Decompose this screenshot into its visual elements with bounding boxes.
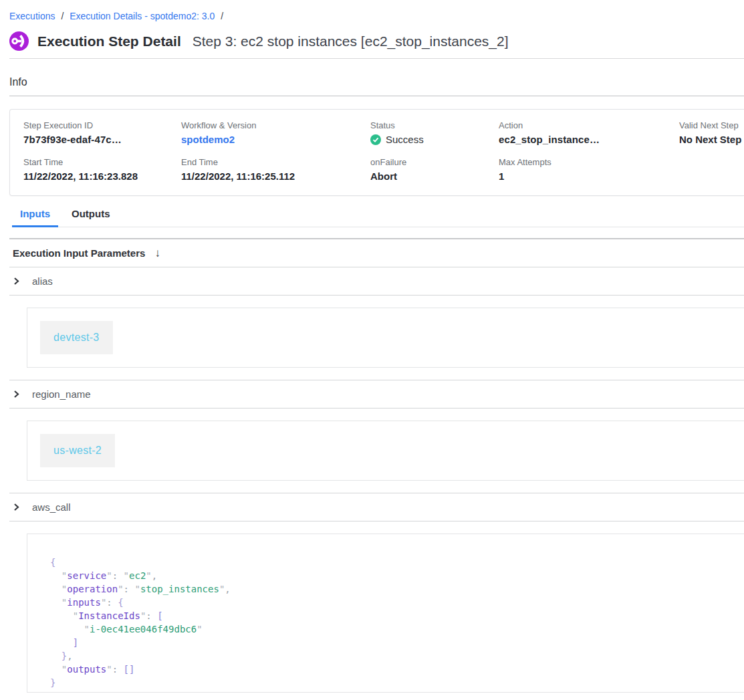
chevron-right-icon bbox=[12, 390, 21, 398]
breadcrumb-link-executions[interactable]: Executions bbox=[9, 11, 55, 21]
info-divider bbox=[9, 96, 744, 96]
title-row: Execution Step Detail Step 3: ec2 stop i… bbox=[9, 31, 744, 51]
alias-section-header[interactable]: alias bbox=[9, 267, 744, 296]
status-badge: Success bbox=[386, 134, 424, 145]
breadcrumb-separator: / bbox=[221, 11, 223, 21]
tab-bar: Inputs Outputs bbox=[12, 207, 744, 227]
field-value: ec2_stop_instance… bbox=[499, 134, 679, 145]
field-label: Start Time bbox=[23, 157, 181, 167]
field-value: Abort bbox=[370, 170, 499, 182]
field-label: Step Execution ID bbox=[23, 120, 181, 130]
info-card: Step Execution ID 7b73f93e-edaf-47c… Wor… bbox=[9, 109, 744, 196]
field-step-execution-id: Step Execution ID 7b73f93e-edaf-47c… bbox=[23, 120, 181, 145]
alias-section-body: devtest-3 bbox=[27, 308, 744, 368]
tab-outputs[interactable]: Outputs bbox=[64, 207, 118, 227]
field-max-attempts: Max Attempts 1 bbox=[499, 157, 679, 182]
field-label: End Time bbox=[181, 157, 370, 167]
breadcrumb: Executions / Execution Details - spotdem… bbox=[9, 0, 744, 23]
success-check-icon bbox=[370, 134, 381, 145]
field-end-time: End Time 11/22/2022, 11:16:25.112 bbox=[181, 157, 370, 182]
page-subtitle: Step 3: ec2 stop instances [ec2_stop_ins… bbox=[193, 33, 509, 49]
json-code-block: { "service": "ec2", "operation": "stop_i… bbox=[50, 556, 744, 689]
field-action: Action ec2_stop_instance… bbox=[499, 120, 679, 145]
field-start-time: Start Time 11/22/2022, 11:16:23.828 bbox=[23, 157, 181, 182]
field-label: onFailure bbox=[370, 157, 499, 167]
info-grid: Step Execution ID 7b73f93e-edaf-47c… Wor… bbox=[23, 120, 744, 182]
field-empty bbox=[679, 157, 744, 182]
field-value: 7b73f93e-edaf-47c… bbox=[23, 134, 181, 145]
aws-call-section-body: { "service": "ec2", "operation": "stop_i… bbox=[27, 534, 744, 693]
title-divider bbox=[9, 58, 744, 59]
field-valid-next-step: Valid Next Step No Next Step bbox=[679, 120, 744, 145]
parameter-name: region_name bbox=[32, 388, 91, 400]
aws-call-section-header[interactable]: aws_call bbox=[9, 493, 744, 521]
field-workflow-version: Workflow & Version spotdemo2 bbox=[181, 120, 370, 145]
region-name-section-body: us-west-2 bbox=[27, 421, 744, 481]
field-label: Workflow & Version bbox=[181, 120, 370, 130]
parameter-section-alias: alias devtest-3 bbox=[9, 267, 744, 368]
parameter-section-region-name: region_name us-west-2 bbox=[9, 380, 744, 481]
page-title: Execution Step Detail bbox=[37, 33, 181, 49]
execution-input-parameters-header: Execution Input Parameters ↓ bbox=[9, 239, 744, 267]
tab-inputs[interactable]: Inputs bbox=[12, 207, 58, 227]
info-section-heading: Info bbox=[9, 76, 744, 88]
field-value: No Next Step bbox=[679, 134, 744, 145]
arrow-down-icon[interactable]: ↓ bbox=[154, 247, 160, 259]
field-value: 11/22/2022, 11:16:25.112 bbox=[181, 170, 370, 182]
workflow-logo-icon bbox=[9, 31, 29, 51]
field-label: Valid Next Step bbox=[679, 120, 744, 130]
breadcrumb-separator: / bbox=[61, 11, 64, 21]
chevron-right-icon bbox=[12, 277, 21, 285]
field-label: Max Attempts bbox=[499, 157, 679, 167]
parameter-name: alias bbox=[32, 275, 53, 287]
parameter-section-aws-call: aws_call { "service": "ec2", "operation"… bbox=[9, 493, 744, 693]
chevron-right-icon bbox=[12, 503, 21, 511]
region-name-section-header[interactable]: region_name bbox=[9, 380, 744, 409]
field-label: Status bbox=[370, 120, 499, 130]
parameter-value-chip: devtest-3 bbox=[40, 321, 113, 354]
workflow-link[interactable]: spotdemo2 bbox=[181, 134, 235, 145]
execution-step-detail-page: Executions / Execution Details - spotdem… bbox=[0, 0, 744, 693]
field-label: Action bbox=[499, 120, 679, 130]
field-onfailure: onFailure Abort bbox=[370, 157, 499, 182]
parameters-heading: Execution Input Parameters bbox=[13, 247, 145, 259]
parameter-name: aws_call bbox=[32, 501, 71, 513]
parameter-value-chip: us-west-2 bbox=[40, 434, 115, 467]
field-value: 11/22/2022, 11:16:23.828 bbox=[23, 170, 181, 182]
breadcrumb-link-execution-details[interactable]: Execution Details - spotdemo2: 3.0 bbox=[70, 11, 215, 21]
field-value: 1 bbox=[499, 170, 679, 182]
field-status: Status Success bbox=[370, 120, 499, 145]
